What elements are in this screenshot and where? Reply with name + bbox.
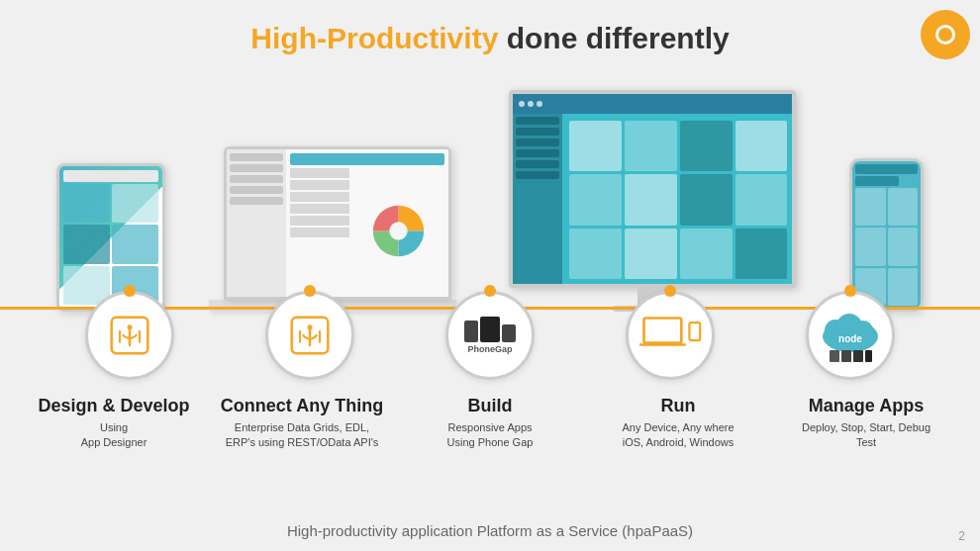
phone-bar-2 [855, 176, 899, 186]
phonegap-text: PhoneGap [467, 344, 512, 354]
connect-svg [285, 311, 335, 360]
icon-design [85, 291, 174, 380]
laptop-row-3 [290, 192, 349, 202]
monitor-s-item-2 [516, 128, 559, 136]
monitor-card-10 [625, 229, 677, 279]
icon-manage: node [806, 291, 895, 380]
svg-point-1 [389, 222, 407, 239]
tablet-header [63, 170, 158, 182]
pie-chart [371, 204, 426, 258]
monitor-card-8 [735, 174, 788, 225]
tablet-cell-1 [63, 184, 110, 223]
phonegap-label: PhoneGap [467, 344, 512, 354]
section-connect-title: Connect Any Thing [221, 396, 383, 416]
sidebar-item-4 [230, 186, 283, 194]
monitor-card-9 [569, 229, 622, 279]
sidebar-item-1 [230, 153, 283, 161]
nodejs-icon: node [816, 309, 885, 363]
footer-text: High-productivity application Platform a… [0, 522, 980, 539]
pg-tablet-icon [480, 317, 500, 342]
dot-connect [304, 285, 316, 297]
phonegap-devices [464, 317, 516, 342]
svg-rect-21 [865, 350, 872, 362]
phone-bar-1 [855, 164, 918, 174]
pg-phone-2 [502, 324, 516, 342]
orange-circle [921, 10, 970, 59]
section-design-subtitle: Using App Designer [81, 420, 147, 451]
circle-run [626, 285, 715, 380]
manage-line1: Deploy, Stop, Start, Debug [802, 421, 931, 433]
phone-cell-2 [888, 188, 919, 226]
laptop-row-1 [290, 168, 349, 178]
connect-line1: Enterprise Data Grids, EDL, [235, 421, 369, 433]
svg-rect-12 [689, 322, 700, 340]
tablet-cell-2 [112, 184, 158, 223]
section-build-title: Build [468, 396, 513, 416]
build-line1: Responsive Apps [448, 421, 533, 433]
circle-design [85, 285, 174, 380]
laptop-right-col [352, 168, 444, 293]
section-connect-subtitle: Enterprise Data Grids, EDL, ERP's using … [226, 420, 379, 451]
dot-manage [844, 285, 856, 297]
title-highlight: High-Productivity [250, 22, 498, 54]
section-run: Run Any Device, Any where iOS, Android, … [594, 396, 762, 451]
monitor-s-item-3 [516, 138, 559, 146]
monitor-card-4 [735, 121, 788, 171]
monitor-grid [566, 118, 790, 282]
icon-run [626, 291, 715, 380]
slide: High-Productivity done differently [0, 0, 980, 551]
run-svg [638, 314, 703, 358]
laptop-row-4 [290, 204, 349, 214]
section-manage: Manage Apps Deploy, Stop, Start, Debug T… [782, 396, 950, 451]
circle-manage: node [806, 285, 895, 380]
section-manage-subtitle: Deploy, Stop, Start, Debug Test [802, 420, 931, 451]
pg-phone-1 [464, 321, 478, 342]
sidebar-item-3 [230, 175, 283, 183]
monitor-card-1 [569, 121, 622, 171]
section-manage-title: Manage Apps [809, 396, 924, 416]
monitor-top-bar [513, 94, 792, 114]
laptop-main [286, 149, 448, 297]
circle-inner [935, 25, 955, 45]
dot-build [484, 285, 496, 297]
slide-title: High-Productivity done differently [0, 0, 980, 55]
monitor-screen [509, 90, 796, 288]
text-sections: Design & Develop Using App Designer Conn… [0, 396, 980, 451]
run-devices-icon [638, 314, 703, 358]
monitor-card-12 [735, 229, 788, 279]
monitor-card-6 [625, 174, 677, 225]
svg-rect-20 [853, 350, 863, 362]
monitor-card-7 [680, 174, 733, 225]
phone-cell-1 [855, 188, 886, 226]
icon-connect [265, 291, 354, 380]
laptop-row-2 [290, 180, 349, 190]
svg-point-3 [128, 324, 133, 329]
svg-text:node: node [838, 333, 862, 344]
phone-cell-4 [888, 228, 919, 265]
monitor-card-11 [680, 229, 733, 279]
monitor-s-item-5 [516, 160, 559, 168]
svg-rect-18 [830, 350, 839, 362]
build-line2: Using Phone Gap [447, 436, 534, 448]
laptop-row-6 [290, 228, 349, 237]
monitor-dot-1 [519, 101, 525, 107]
laptop-row-5 [290, 216, 349, 226]
monitor-dot-2 [528, 101, 534, 107]
design-line1: Using [100, 421, 128, 433]
touch-svg [105, 311, 154, 360]
section-build-subtitle: Responsive Apps Using Phone Gap [447, 420, 534, 451]
circle-connect [265, 285, 354, 380]
section-design-title: Design & Develop [38, 396, 189, 416]
svg-rect-10 [643, 318, 681, 342]
phonegap-icon: PhoneGap [464, 317, 516, 354]
monitor-s-item-4 [516, 149, 559, 157]
laptop-left-col [290, 168, 349, 293]
laptop-nav [290, 153, 444, 165]
monitor-s-item-1 [516, 117, 559, 125]
section-run-subtitle: Any Device, Any where iOS, Android, Wind… [622, 420, 734, 451]
svg-point-7 [308, 324, 313, 329]
phone-cell-3 [855, 228, 886, 265]
run-line2: iOS, Android, Windows [623, 436, 735, 448]
laptop-content [227, 149, 448, 297]
run-line1: Any Device, Any where [622, 421, 734, 433]
